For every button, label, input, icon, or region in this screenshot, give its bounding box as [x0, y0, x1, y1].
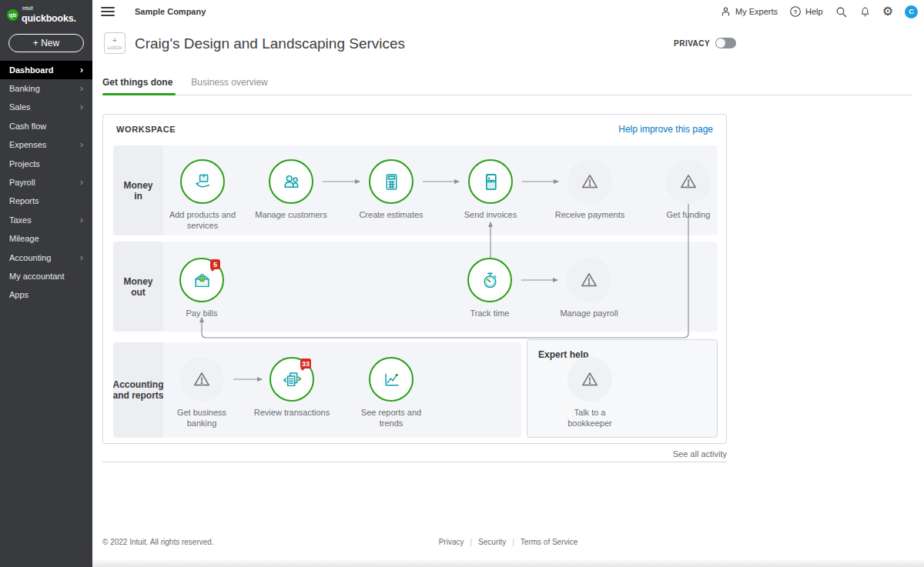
main-area: Sample Company My Experts ? Help ⚙: [92, 0, 924, 567]
help-button[interactable]: ? Help: [789, 5, 823, 18]
plus-icon: +: [112, 37, 117, 45]
sidebar-item-sales[interactable]: Sales›: [0, 98, 92, 116]
trend-chart-icon: [381, 369, 402, 390]
chevron-right-icon: ›: [80, 102, 83, 112]
sidebar-item-banking[interactable]: Banking›: [0, 79, 92, 98]
page-title: Craig's Design and Landscaping Services: [135, 35, 405, 52]
sidebar-item-mileage[interactable]: Mileage: [0, 229, 92, 248]
sidebar-item-cash-flow[interactable]: Cash flow: [0, 117, 92, 135]
bottom-shadow: [92, 559, 924, 567]
sidebar-item-taxes[interactable]: Taxes›: [0, 211, 92, 229]
chevron-right-icon: ›: [80, 253, 83, 262]
footer: © 2022 Intuit. All rights reserved. Priv…: [92, 538, 924, 549]
privacy-toggle[interactable]: [715, 38, 736, 48]
workspace-item-talk-to-bookkeeper[interactable]: Talk to a bookkeeper: [551, 357, 628, 429]
chevron-right-icon: ›: [80, 178, 83, 187]
person-icon: [720, 5, 732, 18]
footer-link-security[interactable]: Security: [478, 538, 506, 546]
add-logo-button[interactable]: + LOGO: [104, 32, 126, 54]
notifications-bell-icon[interactable]: [859, 5, 871, 18]
help-improve-link[interactable]: Help improve this page: [618, 124, 713, 135]
chevron-right-icon: ›: [80, 84, 83, 93]
transactions-icon: [282, 369, 303, 390]
workspace-item-manage-customers[interactable]: Manage customers: [253, 159, 330, 220]
see-all-activity-link[interactable]: See all activity: [102, 449, 727, 459]
intuit-wordmark: intuit: [22, 6, 76, 12]
quickbooks-app: qb intuit quickbooks. + New Dashboard› B…: [0, 0, 924, 567]
chevron-right-icon: ›: [80, 65, 83, 75]
sidebar-item-expenses[interactable]: Expenses›: [0, 135, 92, 154]
svg-text:?: ?: [794, 8, 798, 15]
sidebar: qb intuit quickbooks. + New Dashboard› B…: [0, 0, 92, 567]
workspace-title: WORKSPACE: [116, 125, 176, 134]
quickbooks-logo: qb intuit quickbooks.: [0, 0, 92, 27]
warning-triangle-icon: [580, 369, 600, 389]
warning-triangle-icon: [579, 270, 599, 290]
hand-box-icon: [192, 172, 213, 192]
sidebar-nav: Dashboard› Banking› Sales› Cash flow Exp…: [0, 61, 92, 305]
sidebar-item-dashboard[interactable]: Dashboard›: [0, 61, 92, 79]
warning-triangle-icon: [678, 172, 698, 192]
settings-gear-icon[interactable]: ⚙: [882, 5, 893, 18]
warning-triangle-icon: [580, 172, 600, 192]
new-button[interactable]: + New: [8, 34, 84, 52]
workspace-card: WORKSPACE Help improve this page Money i…: [102, 114, 727, 444]
dashboard-tabs: Get things done Business overview: [102, 77, 912, 95]
sidebar-item-accounting[interactable]: Accounting›: [0, 248, 92, 266]
money-in-label: Money in: [113, 145, 163, 235]
workspace-item-get-funding[interactable]: Get funding: [650, 159, 727, 220]
workspace-item-get-business-banking[interactable]: Get business banking: [163, 357, 240, 429]
workspace-item-review-transactions[interactable]: 33 Review transactions: [253, 357, 330, 418]
money-out-label: Money out: [113, 242, 163, 332]
sidebar-item-reports[interactable]: Reports: [0, 192, 92, 210]
sidebar-item-payroll[interactable]: Payroll›: [0, 173, 92, 192]
hamburger-menu-icon[interactable]: [101, 6, 115, 17]
privacy-label: PRIVACY: [674, 39, 710, 48]
tab-business-overview[interactable]: Business overview: [191, 77, 267, 95]
my-experts-button[interactable]: My Experts: [720, 5, 778, 18]
chevron-right-icon: ›: [80, 215, 83, 225]
chevron-right-icon: ›: [80, 140, 83, 149]
calculator-icon: [381, 172, 402, 192]
sidebar-item-projects[interactable]: Projects: [0, 154, 92, 172]
envelope-icon: [192, 270, 213, 291]
customers-icon: [281, 172, 302, 192]
accounting-reports-label: Accounting and reports: [113, 342, 163, 438]
workspace-item-see-reports[interactable]: See reports and trends: [353, 357, 430, 429]
review-transactions-badge: 33: [300, 359, 311, 369]
sample-company-label: Sample Company: [135, 7, 206, 16]
qb-logo-icon: qb: [7, 9, 18, 21]
warning-triangle-icon: [192, 369, 212, 389]
topbar: Sample Company My Experts ? Help ⚙: [92, 0, 924, 23]
page-header: + LOGO Craig's Design and Landscaping Se…: [104, 31, 912, 65]
workspace-item-create-estimates[interactable]: Create estimates: [353, 159, 430, 220]
workspace-item-manage-payroll[interactable]: Manage payroll: [551, 258, 628, 319]
workspace-item-receive-payments[interactable]: Receive payments: [551, 159, 628, 220]
footer-link-terms[interactable]: Terms of Service: [521, 538, 578, 546]
invoice-icon: [480, 172, 501, 192]
workspace-item-pay-bills[interactable]: 5 Pay bills: [163, 258, 240, 319]
pay-bills-badge: 5: [210, 259, 220, 269]
copyright-text: © 2022 Intuit. All rights reserved.: [102, 538, 214, 546]
user-avatar[interactable]: C: [905, 5, 918, 18]
workspace-item-send-invoices[interactable]: Send invoices: [452, 159, 529, 220]
footer-link-privacy[interactable]: Privacy: [439, 538, 464, 546]
quickbooks-wordmark: quickbooks.: [22, 13, 76, 24]
workspace-item-add-products[interactable]: Add products and services: [164, 159, 241, 232]
activity-divider: [102, 462, 727, 462]
workspace-item-track-time[interactable]: Track time: [451, 258, 528, 319]
sidebar-item-my-accountant[interactable]: My accountant: [0, 267, 92, 285]
sidebar-item-apps[interactable]: Apps: [0, 285, 92, 304]
tab-get-things-done[interactable]: Get things done: [102, 77, 172, 95]
search-icon[interactable]: [835, 5, 848, 18]
stopwatch-icon: [480, 270, 500, 291]
question-circle-icon: ?: [789, 5, 802, 18]
